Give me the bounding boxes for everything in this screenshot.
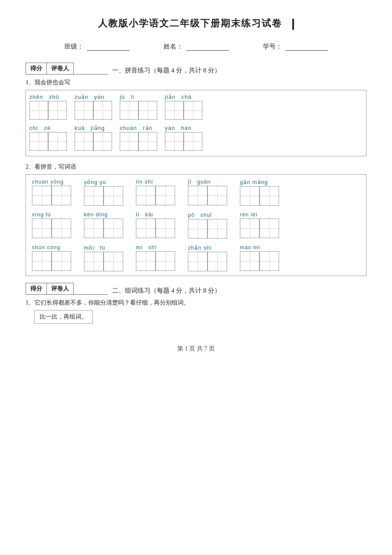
vocab-boxes-10[interactable] <box>240 219 279 238</box>
char-box[interactable] <box>120 132 138 151</box>
vocab-char-box[interactable] <box>136 251 156 271</box>
class-input-line[interactable] <box>87 43 130 51</box>
vocab-boxes-15[interactable] <box>240 251 279 271</box>
vocab-char-box[interactable] <box>52 186 71 205</box>
vocab-boxes-3[interactable] <box>136 186 175 205</box>
section1-score-row: 得分 评卷人 一、拼音练习（每题 4 分，共计 8 分） <box>26 63 366 75</box>
char-box[interactable] <box>184 101 202 120</box>
vocab-char-box[interactable] <box>156 186 175 205</box>
vocab-char-box[interactable] <box>32 186 52 205</box>
char-box[interactable] <box>165 101 184 120</box>
char-box[interactable] <box>48 101 67 120</box>
pinyin-text-4: jiǎn chá <box>165 94 192 100</box>
score-box-1: 得分 <box>26 63 47 75</box>
char-boxes-8[interactable] <box>165 132 202 151</box>
vocab-boxes-11[interactable] <box>32 251 71 271</box>
vocab-char-box[interactable] <box>84 252 104 271</box>
class-label: 班级： <box>64 43 84 51</box>
char-box[interactable] <box>120 101 138 120</box>
vocab-boxes-5[interactable] <box>240 186 279 206</box>
vocab-boxes-14[interactable] <box>188 252 227 271</box>
char-boxes-4[interactable] <box>165 101 202 120</box>
vocab-boxes-4[interactable] <box>188 186 227 205</box>
char-boxes-7[interactable] <box>120 132 157 151</box>
vocab-pinyin-15: mào mì <box>240 244 260 250</box>
vocab-boxes-1[interactable] <box>32 186 71 205</box>
char-box[interactable] <box>29 101 48 120</box>
vocab-char-box[interactable] <box>156 219 175 238</box>
char-box[interactable] <box>93 101 112 120</box>
vocab-boxes-12[interactable] <box>84 252 123 271</box>
char-boxes-6[interactable] <box>75 132 112 151</box>
char-box[interactable] <box>29 132 48 151</box>
char-box[interactable] <box>48 132 67 151</box>
vocab-char-box[interactable] <box>240 219 259 238</box>
reviewer-label-2: 评卷人 <box>51 285 69 293</box>
vocab-char-box[interactable] <box>188 186 208 205</box>
vocab-boxes-7[interactable] <box>84 219 123 238</box>
vocab-char-box[interactable] <box>136 186 156 205</box>
vocab-group-4: jī guān <box>188 179 227 205</box>
vocab-char-box[interactable] <box>156 251 175 271</box>
vocab-boxes-2[interactable] <box>84 186 123 206</box>
vocab-pinyin-9: pō shuǐ <box>188 212 212 218</box>
vocab-boxes-9[interactable] <box>188 219 227 239</box>
vocab-char-box[interactable] <box>240 251 259 271</box>
vocab-char-box[interactable] <box>240 186 259 206</box>
score-line-2[interactable] <box>74 283 108 295</box>
pinyin-group-2: zuān yán <box>75 94 112 120</box>
compare-box: 比一比，再组词。 <box>34 310 93 324</box>
name-input-line[interactable] <box>186 43 229 51</box>
char-box[interactable] <box>138 132 157 151</box>
vocab-char-box[interactable] <box>52 251 71 271</box>
char-boxes-2[interactable] <box>75 101 112 120</box>
char-boxes-1[interactable] <box>29 101 67 120</box>
vocab-char-box[interactable] <box>136 219 156 238</box>
name-label: 姓名： <box>164 43 183 51</box>
vocab-char-box[interactable] <box>104 252 123 271</box>
class-field: 班级： <box>64 43 130 51</box>
vocab-char-box[interactable] <box>32 251 52 271</box>
char-boxes-3[interactable] <box>120 101 157 120</box>
vocab-char-box[interactable] <box>208 186 227 205</box>
vocab-char-box[interactable] <box>84 219 104 238</box>
vocab-group-10: rén lèi <box>240 212 279 238</box>
char-box[interactable] <box>75 101 93 120</box>
vocab-char-box[interactable] <box>188 219 208 239</box>
char-box[interactable] <box>184 132 202 151</box>
name-field: 姓名： <box>164 43 229 51</box>
vocab-group-12: mǒi fú <box>84 244 123 271</box>
vocab-char-box[interactable] <box>84 186 104 206</box>
vocab-char-box[interactable] <box>52 219 71 238</box>
vocab-char-box[interactable] <box>259 251 279 271</box>
vocab-char-box[interactable] <box>259 219 279 238</box>
vocab-char-box[interactable] <box>208 219 227 239</box>
vocab-group-14: zhǎn shì <box>188 244 227 271</box>
vocab-char-box[interactable] <box>32 219 52 238</box>
score-line-1[interactable] <box>74 63 108 75</box>
vocab-group-7: kěn dìng <box>84 212 123 238</box>
vocab-char-box[interactable] <box>104 186 123 206</box>
page-title: 人教版小学语文二年级下册期末练习试卷 <box>26 17 366 30</box>
vocab-boxes-8[interactable] <box>136 219 175 238</box>
vocab-pinyin-4: jī guān <box>188 179 210 185</box>
vocab-char-box[interactable] <box>188 252 208 271</box>
pinyin-text-1: zhēn zhū <box>29 94 59 100</box>
vocab-boxes-13[interactable] <box>136 251 175 271</box>
vocab-char-box[interactable] <box>208 252 227 271</box>
vocab-group-13: mí shī <box>136 244 175 271</box>
char-box[interactable] <box>93 132 112 151</box>
id-input-line[interactable] <box>285 43 328 51</box>
char-boxes-5[interactable] <box>29 132 67 151</box>
section2-score-row: 得分 评卷人 二、组词练习（每题 4 分，共计 8 分） <box>26 283 366 295</box>
id-field: 学号： <box>263 43 328 51</box>
char-box[interactable] <box>138 101 157 120</box>
char-box[interactable] <box>75 132 93 151</box>
pinyin-group-5: chì zé <box>29 125 67 151</box>
vocab-char-box[interactable] <box>104 219 123 238</box>
footer-text: 第 1 页 共 7 页 <box>177 345 215 352</box>
vocab-char-box[interactable] <box>259 186 279 206</box>
char-box[interactable] <box>165 132 184 151</box>
vocab-boxes-6[interactable] <box>32 219 71 238</box>
vocab-group-15: mào mì <box>240 244 279 271</box>
